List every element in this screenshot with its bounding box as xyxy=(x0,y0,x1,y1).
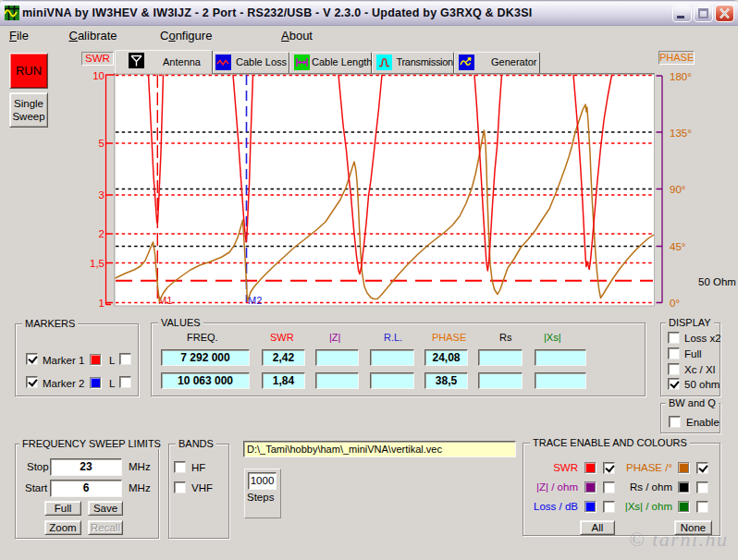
svg-text:90°: 90° xyxy=(670,184,685,195)
svg-text:1: 1 xyxy=(99,298,105,309)
svg-text:5: 5 xyxy=(99,138,105,149)
svg-text:180°: 180° xyxy=(670,71,692,82)
svg-text:0°: 0° xyxy=(670,298,680,309)
svg-text:50 Ohm: 50 Ohm xyxy=(698,276,736,287)
svg-text:45°: 45° xyxy=(670,241,685,252)
svg-text:3: 3 xyxy=(99,189,105,201)
svg-text:2: 2 xyxy=(99,228,105,239)
svg-text:10: 10 xyxy=(92,70,105,81)
svg-text:1,5: 1,5 xyxy=(90,258,105,269)
svg-text:135°: 135° xyxy=(670,128,692,139)
svg-text:M2: M2 xyxy=(248,295,262,306)
